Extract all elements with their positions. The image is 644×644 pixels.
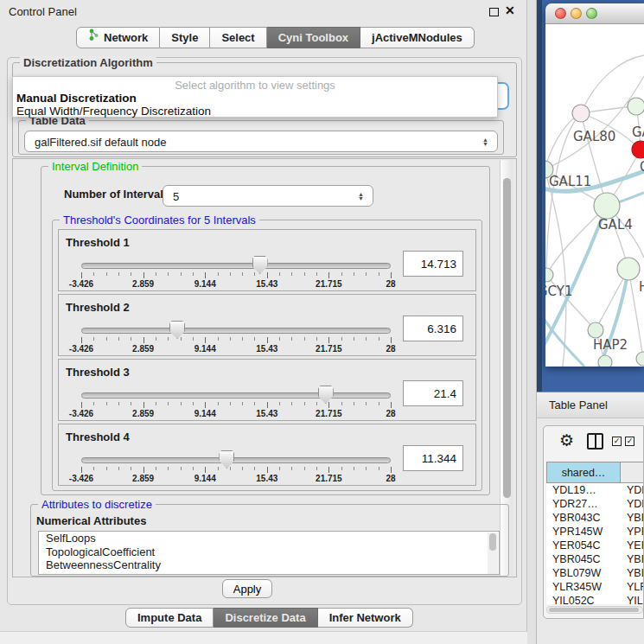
slider-thumb[interactable] xyxy=(169,321,185,339)
slider-thumb[interactable] xyxy=(252,256,268,274)
tick-mark xyxy=(118,467,119,470)
tick-mark xyxy=(254,337,255,341)
table-cell[interactable]: YBL079W xyxy=(546,566,621,580)
table-cell[interactable]: YDL19… xyxy=(546,483,621,497)
checkbox-icon[interactable]: ✓ xyxy=(612,437,622,446)
tab-impute-data[interactable]: Impute Data xyxy=(125,608,214,628)
threshold-value-field[interactable] xyxy=(403,380,463,406)
table-cell[interactable]: YPR145W xyxy=(546,525,621,539)
table-toolbar: ⚙ ✓ ✓ xyxy=(544,426,644,457)
tab-jactivemnodules[interactable]: jActiveMNodules xyxy=(360,27,475,48)
tick-mark xyxy=(279,467,280,470)
table-cell[interactable]: YPR1 xyxy=(621,525,644,539)
table-cell[interactable]: YIL0 xyxy=(621,594,644,604)
table-row[interactable]: YDR27…YDR2 xyxy=(546,497,644,511)
slider-ticks xyxy=(81,402,391,409)
tick-mark xyxy=(218,467,219,470)
scrollbar-thumb[interactable] xyxy=(503,178,511,498)
slider-thumb[interactable] xyxy=(318,386,334,404)
panel-splitter[interactable] xyxy=(527,0,537,644)
column-header[interactable]: shared… xyxy=(546,462,621,483)
tick-mark xyxy=(341,272,342,276)
combobox-stepper-icon[interactable]: ▲▼ xyxy=(357,192,365,201)
minimize-traffic-light-icon[interactable] xyxy=(571,8,582,19)
slider-track[interactable] xyxy=(81,392,391,399)
top-tab-bar: NetworkStyleSelectCyni ToolboxjActiveMNo… xyxy=(76,27,475,48)
table-cell[interactable]: YBR045C xyxy=(546,552,621,566)
slider-track[interactable] xyxy=(81,328,391,334)
table-cell[interactable]: YLR3 xyxy=(621,580,644,594)
slider-track[interactable] xyxy=(81,457,391,463)
table-cell[interactable]: YER0 xyxy=(621,539,644,552)
scale-label: 21.715 xyxy=(316,474,342,483)
scale-label: -3.426 xyxy=(69,279,93,289)
tick-mark xyxy=(267,272,268,278)
attribute-list-item[interactable]: TopologicalCoefficient xyxy=(39,545,499,559)
combobox-stepper-icon[interactable]: ▲▼ xyxy=(481,137,489,146)
list-scrollbar[interactable] xyxy=(488,532,498,575)
table-cell[interactable]: YDL1 xyxy=(621,483,644,497)
gear-icon[interactable]: ⚙ xyxy=(559,430,574,450)
network-canvas[interactable]: GAL80GACGAL11GAL4GCY1HHAP2 xyxy=(545,24,644,367)
threshold-value-field[interactable] xyxy=(403,251,463,277)
table-cell[interactable]: YER054C xyxy=(546,539,621,552)
column-split-icon[interactable] xyxy=(587,433,603,450)
table-row[interactable]: YIL052CYIL0 xyxy=(546,594,644,604)
tick-mark xyxy=(291,467,292,470)
table-cell[interactable]: YBR0 xyxy=(621,511,644,525)
float-window-icon[interactable] xyxy=(489,8,499,16)
tick-mark xyxy=(168,337,169,341)
tab-network[interactable]: Network xyxy=(76,27,160,48)
attribute-list-item[interactable]: SelfLoops xyxy=(39,532,499,545)
horizontal-scrollbar-thumb[interactable] xyxy=(549,608,639,612)
tab-discretize-data[interactable]: Discretize Data xyxy=(214,608,317,628)
threshold-panel: Threshold 3-3.4262.8599.14415.4321.71528 xyxy=(58,359,476,421)
tab-infer-network[interactable]: Infer Network xyxy=(318,608,413,628)
table-row[interactable]: YBR045CYBR0 xyxy=(546,552,644,566)
table-cell[interactable]: YIL052C xyxy=(546,594,621,604)
horizontal-scrollbar[interactable] xyxy=(546,606,643,614)
slider-thumb[interactable] xyxy=(219,450,234,469)
attribute-list-item[interactable]: BetweennessCentrality xyxy=(39,558,499,572)
table-cell[interactable]: YDR27… xyxy=(546,497,621,511)
close-icon[interactable]: ✕ xyxy=(505,3,515,17)
tick-mark xyxy=(267,337,268,343)
table-data-combobox[interactable]: galFiltered.sif default node ▲▼ xyxy=(24,131,498,152)
tick-mark xyxy=(328,337,329,343)
tick-mark xyxy=(143,467,144,473)
tick-mark xyxy=(328,467,329,473)
tab-cyni-toolbox[interactable]: Cyni Toolbox xyxy=(267,27,360,48)
table-row[interactable]: YLR345WYLR3 xyxy=(546,580,644,594)
table-row[interactable]: YDL19…YDL1 xyxy=(546,483,644,497)
checkbox-icon[interactable]: ✓ xyxy=(625,437,634,446)
table-cell[interactable]: YBL0 xyxy=(621,566,644,580)
table-row[interactable]: YER054CYER0 xyxy=(546,539,644,552)
table-cell[interactable]: YBR0 xyxy=(621,552,644,566)
table-row[interactable]: YBL079WYBL0 xyxy=(546,566,644,580)
table-cell[interactable]: YBR043C xyxy=(546,511,621,525)
table-cell[interactable]: YDR2 xyxy=(621,497,644,511)
algorithm-option[interactable]: Equal Width/Frequency Discretization xyxy=(16,105,211,118)
threshold-value-field[interactable] xyxy=(403,316,463,341)
scale-label: 2.859 xyxy=(132,409,154,418)
threshold-value-field[interactable] xyxy=(403,445,463,471)
number-of-intervals-combobox[interactable]: 5 ▲▼ xyxy=(163,185,373,207)
algorithm-option[interactable]: Manual Discretization xyxy=(16,92,137,105)
tick-mark xyxy=(218,402,219,405)
tick-mark xyxy=(193,272,194,276)
list-scrollbar-thumb[interactable] xyxy=(489,533,496,551)
table-row[interactable]: YPR145WYPR1 xyxy=(546,525,644,539)
tab-select[interactable]: Select xyxy=(210,27,266,48)
zoom-traffic-light-icon[interactable] xyxy=(586,8,597,19)
network-window-titlebar[interactable] xyxy=(545,3,644,24)
column-header[interactable]: na xyxy=(621,462,644,483)
tab-style[interactable]: Style xyxy=(160,27,210,48)
apply-button[interactable]: Apply xyxy=(222,579,272,598)
table-cell[interactable]: YLR345W xyxy=(546,580,621,594)
table-row[interactable]: YBR043CYBR0 xyxy=(546,511,644,525)
slider-track[interactable] xyxy=(81,263,391,269)
tick-mark xyxy=(279,272,280,276)
tick-mark xyxy=(81,337,82,343)
tick-mark xyxy=(193,337,194,341)
close-traffic-light-icon[interactable] xyxy=(555,8,566,19)
